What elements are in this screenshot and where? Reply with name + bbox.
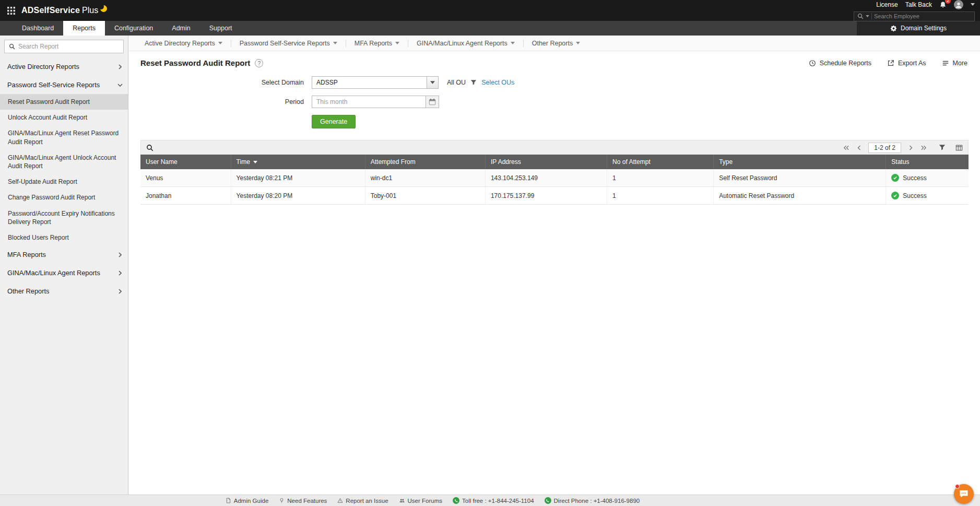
schedule-reports-button[interactable]: Schedule Reports [809,60,871,67]
tab-support[interactable]: Support [200,21,242,36]
next-page-button[interactable] [905,143,916,153]
period-input[interactable] [312,96,426,108]
sidebar-item-change-password-audit-report[interactable]: Change Password Audit Report [0,190,128,205]
cell-status: Success [886,169,969,187]
sidebar-item-unlock-account-audit-report[interactable]: Unlock Account Audit Report [0,110,128,125]
status-badge: Success [903,174,926,182]
user-menu-caret-icon[interactable] [971,3,975,6]
cell-type: Automatic Reset Password [714,187,886,205]
group-label: GINA/Mac/Linux Agent Reports [7,269,100,277]
status-badge: Success [903,192,926,199]
cell-status: Success [886,187,969,205]
user-forums-link[interactable]: User Forums [399,498,442,504]
notifications-button[interactable]: 2 [939,1,947,8]
domain-settings-label: Domain Settings [901,25,947,32]
cell-user-name: Venus [140,169,231,187]
col-no-of-attempt[interactable]: No of Attempt [607,155,714,169]
domain-settings-button[interactable]: Domain Settings [857,21,980,36]
menu-mfa-reports[interactable]: MFA Reports [346,40,408,47]
report-search-input[interactable] [18,43,119,50]
column-chooser-button[interactable] [955,144,963,151]
tab-reports[interactable]: Reports [63,21,105,36]
sidebar-item-gina-unlock-account-audit-report[interactable]: GINA/Mac/Linux Agent Unlock Account Audi… [0,150,128,174]
sidebar-group-active-directory-reports[interactable]: Active Directory Reports [0,57,128,76]
tab-admin[interactable]: Admin [162,21,199,36]
menu-password-self-service-reports[interactable]: Password Self-Service Reports [231,40,346,47]
export-as-button[interactable]: Export As [887,60,926,67]
chevron-right-icon [119,289,122,294]
cell-user-name: Jonathan [140,187,231,205]
col-type[interactable]: Type [714,155,886,169]
col-ip-address[interactable]: IP Address [485,155,607,169]
sidebar-group-password-self-service-reports[interactable]: Password Self-Service Reports [0,76,128,94]
grid-filter-button[interactable] [939,144,946,151]
columns-icon [955,144,963,151]
export-icon [887,60,894,67]
alert-triangle-icon [337,498,343,503]
select-domain-row: Select Domain ADSSP All OU Select OUs [129,76,980,89]
report-table: User Name Time Attempted From IP Address… [140,155,969,205]
cell-time: Yesterday 08:20 PM [231,187,365,205]
col-user-name[interactable]: User Name [140,155,231,169]
first-page-button[interactable] [841,143,851,153]
more-button[interactable]: More [942,60,967,67]
last-page-button[interactable] [918,143,929,153]
lightbulb-icon [279,498,285,503]
notification-badge: 2 [945,0,951,4]
caret-down-icon [395,42,399,44]
talkback-link[interactable]: Talk Back [905,1,932,8]
sidebar-item-gina-reset-password-audit-report[interactable]: GINA/Mac/Linux Agent Reset Password Audi… [0,125,128,149]
tab-dashboard[interactable]: Dashboard [13,21,63,36]
need-features-link[interactable]: Need Features [279,498,327,504]
cell-attempted-from: win-dc1 [365,169,485,187]
admin-guide-link[interactable]: Admin Guide [226,498,268,504]
license-link[interactable]: License [876,1,898,8]
topbar: ADSelfService Plus License Talk Back 2 [0,0,980,21]
cell-ip-address: 170.175.137.99 [485,187,607,205]
user-avatar[interactable] [954,0,963,9]
page-title: Reset Password Audit Report [140,58,250,67]
live-chat-button[interactable] [954,484,974,504]
col-time[interactable]: Time [231,155,365,169]
menu-gina-agent-reports[interactable]: GINA/Mac/Linux Agent Reports [408,40,523,47]
generate-button[interactable]: Generate [312,115,356,128]
group-label: Other Reports [7,287,49,295]
grid-toolbar: 1-2 of 2 [140,140,969,155]
report-issue-link[interactable]: Report an Issue [337,498,388,504]
search-scope-caret-icon [866,15,869,17]
col-status[interactable]: Status [886,155,969,169]
chat-notification-dot [955,484,960,489]
col-attempted-from[interactable]: Attempted From [365,155,485,169]
table-header-row: User Name Time Attempted From IP Address… [140,155,969,169]
sidebar-group-gina-agent-reports[interactable]: GINA/Mac/Linux Agent Reports [0,264,128,282]
calendar-button[interactable] [426,96,439,108]
report-criteria-form: Select Domain ADSSP All OU Select OUs Pe… [129,76,980,128]
previous-page-button[interactable] [854,143,864,153]
sidebar-item-reset-password-audit-report[interactable]: Reset Password Audit Report [0,94,128,110]
topbar-links: License Talk Back 2 [876,0,975,9]
primary-nav: Dashboard Reports Configuration Admin Su… [0,21,980,36]
menu-other-reports[interactable]: Other Reports [524,40,589,47]
sidebar-item-self-update-audit-report[interactable]: Self-Update Audit Report [0,174,128,190]
app-launcher-icon[interactable] [7,7,15,15]
topbar-right: License Talk Back 2 [854,0,975,21]
employee-search-input[interactable] [874,13,971,19]
filter-funnel-icon[interactable] [470,79,477,86]
domain-select-value: ADSSP [312,79,427,86]
tab-configuration[interactable]: Configuration [105,21,162,36]
sidebar-item-password-expiry-notifications-report[interactable]: Password/Account Expiry Notifications De… [0,206,128,230]
dropdown-caret-icon[interactable] [427,77,438,88]
menu-active-directory-reports[interactable]: Active Directory Reports [145,40,231,47]
grid-search-icon[interactable] [146,144,154,151]
sidebar-item-blocked-users-report[interactable]: Blocked Users Report [0,230,128,245]
period-field [312,96,439,108]
sidebar-group-other-reports[interactable]: Other Reports [0,282,128,300]
select-ous-link[interactable]: Select OUs [481,79,514,86]
nav-tabs: Dashboard Reports Configuration Admin Su… [13,21,242,36]
help-icon[interactable]: ? [255,59,263,67]
title-row: Reset Password Audit Report ? Schedule R… [129,51,980,72]
sidebar-group-mfa-reports[interactable]: MFA Reports [0,245,128,264]
domain-select[interactable]: ADSSP [312,76,439,89]
phone-icon [545,497,551,504]
toll-free-number: Toll free : +1-844-245-1104 [453,497,534,504]
